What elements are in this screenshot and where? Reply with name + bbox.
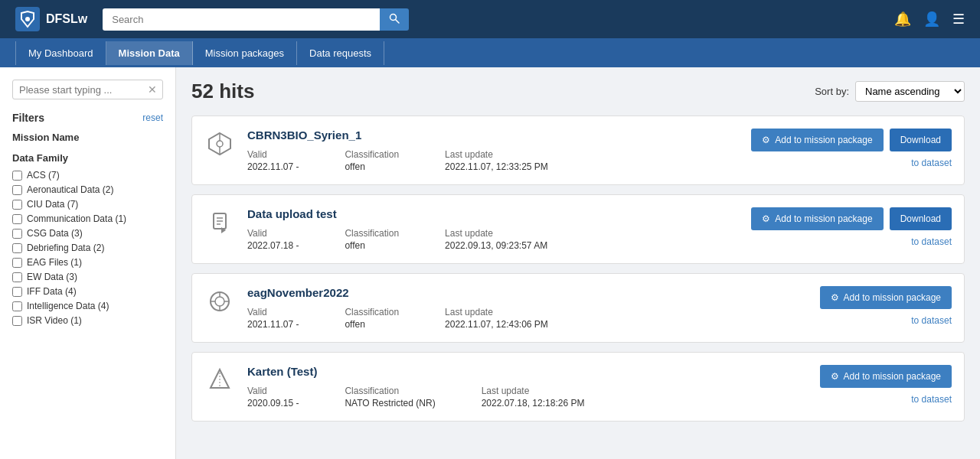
nav-item-dashboard[interactable]: My Dashboard xyxy=(15,41,106,65)
dataset-icon-0 xyxy=(204,129,235,159)
add-icon-1: ⚙ xyxy=(762,213,770,224)
filter-label-acs: ACS (7) xyxy=(27,170,60,181)
dataset-meta-0: Valid 2022.11.07 - Classification offen … xyxy=(247,149,739,172)
filter-label-aeronautical: Aeronautical Data (2) xyxy=(27,184,113,195)
dataset-card-2: eagNovember2022 Valid 2021.11.07 - Class… xyxy=(191,273,965,343)
nav-item-mission-data[interactable]: Mission Data xyxy=(106,41,193,65)
filter-item-ew[interactable]: EW Data (3) xyxy=(12,272,163,282)
dataset-body-0: CBRN3BIO_Syrien_1 Valid 2022.11.07 - Cla… xyxy=(247,129,739,172)
sort-label: Sort by: xyxy=(815,86,849,97)
filter-checkbox-csg[interactable] xyxy=(12,229,22,239)
content-header: 52 hits Sort by: Name ascendingName desc… xyxy=(191,80,965,103)
valid-label-1: Valid xyxy=(247,228,299,239)
dataset-actions-0: ⚙ Add to mission package Download to dat… xyxy=(751,129,952,168)
add-to-mission-button-3[interactable]: ⚙ Add to mission package xyxy=(820,365,952,388)
content-area: 52 hits Sort by: Name ascendingName desc… xyxy=(176,67,980,459)
classification-label-0: Classification xyxy=(345,149,399,160)
search-input[interactable] xyxy=(103,8,380,31)
meta-classification-2: Classification offen xyxy=(345,307,399,330)
filter-item-ciu[interactable]: CIU Data (7) xyxy=(12,199,163,210)
update-value-0: 2022.11.07, 12:33:25 PM xyxy=(445,161,548,172)
search-button[interactable] xyxy=(380,8,409,31)
add-icon-3: ⚙ xyxy=(831,371,839,382)
filter-checkbox-debriefing[interactable] xyxy=(12,243,22,253)
data-family-filter-title: Data Family xyxy=(12,152,163,164)
valid-value-1: 2022.07.18 - xyxy=(247,240,299,251)
filter-checkbox-ciu[interactable] xyxy=(12,200,22,210)
clear-search-button[interactable]: ✕ xyxy=(148,83,157,96)
filter-checkbox-ew[interactable] xyxy=(12,272,22,282)
dataset-icon-2 xyxy=(204,286,235,317)
dataset-title-0: CBRN3BIO_Syrien_1 xyxy=(247,129,739,142)
meta-valid-3: Valid 2020.09.15 - xyxy=(247,386,299,409)
dataset-title-3: Karten (Test) xyxy=(247,365,808,378)
header-icons: 🔔 👤 ☰ xyxy=(894,11,965,28)
filter-item-aeronautical[interactable]: Aeronautical Data (2) xyxy=(12,184,163,195)
filter-checkbox-iff[interactable] xyxy=(12,287,22,297)
sidebar-search-container: ✕ xyxy=(12,80,163,99)
filter-checkbox-isr[interactable] xyxy=(12,316,22,326)
valid-label-0: Valid xyxy=(247,149,299,160)
dataset-meta-1: Valid 2022.07.18 - Classification offen … xyxy=(247,228,739,251)
download-button-1[interactable]: Download xyxy=(890,207,952,230)
dataset-title-1: Data upload test xyxy=(247,207,739,220)
bell-icon[interactable]: 🔔 xyxy=(894,11,911,28)
sidebar: ✕ Filters reset Mission Name Data Family… xyxy=(0,67,176,459)
meta-classification-1: Classification offen xyxy=(345,228,399,251)
classification-value-0: offen xyxy=(345,161,364,172)
update-label-3: Last update xyxy=(482,386,585,396)
classification-label-1: Classification xyxy=(345,228,399,239)
menu-icon[interactable]: ☰ xyxy=(952,11,965,28)
filter-checkbox-aeronautical[interactable] xyxy=(12,185,22,195)
nav-item-data-requests[interactable]: Data requests xyxy=(297,41,384,65)
filter-item-intelligence[interactable]: Intelligence Data (4) xyxy=(12,301,163,311)
filter-item-eag[interactable]: EAG Files (1) xyxy=(12,257,163,268)
add-to-mission-button-1[interactable]: ⚙ Add to mission package xyxy=(751,207,883,230)
sort-select[interactable]: Name ascendingName descendingDate ascend… xyxy=(855,81,965,102)
dataset-card-3: Karten (Test) Valid 2020.09.15 - Classif… xyxy=(191,352,965,422)
filters-header: Filters reset xyxy=(12,112,163,124)
filter-label-ew: EW Data (3) xyxy=(27,272,77,282)
to-dataset-link-3[interactable]: to dataset xyxy=(911,394,952,405)
to-dataset-link-0[interactable]: to dataset xyxy=(911,158,952,168)
filter-checkbox-eag[interactable] xyxy=(12,258,22,268)
dataset-body-3: Karten (Test) Valid 2020.09.15 - Classif… xyxy=(247,365,808,409)
svg-line-3 xyxy=(396,19,400,23)
dataset-icon-3 xyxy=(204,365,235,396)
filter-checkbox-acs[interactable] xyxy=(12,171,22,181)
meta-valid-1: Valid 2022.07.18 - xyxy=(247,228,299,251)
filter-item-csg[interactable]: CSG Data (3) xyxy=(12,228,163,239)
valid-value-0: 2022.11.07 - xyxy=(247,161,299,172)
to-dataset-link-1[interactable]: to dataset xyxy=(911,236,952,247)
filters-reset-button[interactable]: reset xyxy=(142,112,163,123)
filter-checkbox-communication[interactable] xyxy=(12,214,22,224)
filter-label-communication: Communication Data (1) xyxy=(27,213,126,224)
svg-point-13 xyxy=(215,297,224,306)
filter-item-isr[interactable]: ISR Video (1) xyxy=(12,315,163,326)
filter-label-csg: CSG Data (3) xyxy=(27,228,83,239)
filter-item-communication[interactable]: Communication Data (1) xyxy=(12,213,163,224)
dataset-meta-2: Valid 2021.11.07 - Classification offen … xyxy=(247,307,808,330)
nav-item-mission-packages[interactable]: Mission packages xyxy=(193,41,297,65)
download-button-0[interactable]: Download xyxy=(890,129,952,151)
sidebar-search-input[interactable] xyxy=(19,84,148,96)
main-container: ✕ Filters reset Mission Name Data Family… xyxy=(0,67,980,459)
add-label-3: Add to mission package xyxy=(844,371,941,382)
meta-valid-0: Valid 2022.11.07 - xyxy=(247,149,299,172)
to-dataset-link-2[interactable]: to dataset xyxy=(911,315,952,326)
meta-valid-2: Valid 2021.11.07 - xyxy=(247,307,299,330)
filter-item-debriefing[interactable]: Debriefing Data (2) xyxy=(12,243,163,253)
valid-value-2: 2021.11.07 - xyxy=(247,319,299,330)
filter-checkbox-intelligence[interactable] xyxy=(12,301,22,311)
add-label-1: Add to mission package xyxy=(775,213,872,224)
add-to-mission-button-2[interactable]: ⚙ Add to mission package xyxy=(820,286,952,309)
mission-name-filter-title: Mission Name xyxy=(12,132,163,143)
classification-label-3: Classification xyxy=(345,386,435,396)
add-to-mission-button-0[interactable]: ⚙ Add to mission package xyxy=(751,129,883,151)
update-label-0: Last update xyxy=(445,149,548,160)
classification-value-1: offen xyxy=(345,240,364,251)
user-icon[interactable]: 👤 xyxy=(923,11,940,28)
filter-item-iff[interactable]: IFF Data (4) xyxy=(12,286,163,297)
filter-item-acs[interactable]: ACS (7) xyxy=(12,170,163,181)
dataset-body-1: Data upload test Valid 2022.07.18 - Clas… xyxy=(247,207,739,251)
